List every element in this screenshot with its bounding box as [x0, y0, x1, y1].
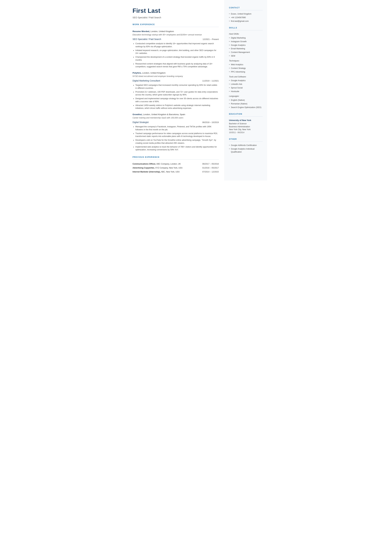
prev-exp-row-0: Communications Officer, ABC Company, Lon…	[133, 162, 219, 166]
bullet-1-3: Attracted 1450+weekly visitors to Polyhi…	[135, 104, 219, 110]
company-name-1: Polyhire,	[133, 72, 142, 74]
education-dates: 10/2011 - 06/2014	[229, 131, 263, 134]
work-block-0: Resume Worded, London, United Kingdom Ed…	[133, 30, 219, 68]
company-name-2: Growthsi,	[133, 113, 142, 116]
work-block-2: Growthsi, London, United Kingdom & Barce…	[133, 113, 219, 151]
prev-exp-title-bold-0: Communications Officer,	[133, 163, 156, 165]
tool-0: Google Analytics	[229, 79, 263, 82]
language-0: English (Native)	[229, 99, 263, 102]
languages-list: English (Native) Romanian (Native) Searc…	[229, 99, 263, 109]
role-title-2: Digital Strategist	[133, 121, 149, 124]
education-school: University of New York	[229, 119, 263, 122]
prev-exp-left-2: Internet Marketer (Internship), ABC, New…	[133, 170, 202, 173]
prev-exp-title-bold-1: Advertising Copywriter,	[133, 167, 155, 169]
bullet-1-2: Designed and implemented campaign strate…	[135, 97, 219, 103]
education-degree: Bachelor of Science	[229, 122, 263, 125]
hard-skills-list: Digital Marketing Instagram Growth Googl…	[229, 36, 263, 57]
role-title-1: Digital Marketing Consultant	[133, 79, 160, 83]
bullet-0-0: Conducted competitive analysis to identi…	[135, 42, 219, 48]
contact-item-2: first.last@gmail.com	[229, 20, 263, 23]
prev-exp-title-bold-2: Internet Marketer (Internship),	[133, 171, 161, 173]
tools-list: Google Analytics LinkedIn Ads Sprout Soc…	[229, 79, 263, 93]
company-line-1: Polyhire, London, United Kingdom	[133, 71, 219, 75]
education-field: Business Administration	[229, 125, 263, 128]
bullet-2-1: Tracked campaign performance for video c…	[135, 132, 219, 138]
company-location-0: London, United Kingdom	[150, 30, 174, 33]
main-column: First Last SEO Specialist / Paid Search …	[125, 0, 224, 181]
prev-exp-dates-1: 01/2016 – 05/2017	[202, 167, 219, 169]
contact-list: Essex, United Kingdom +44 1234567890 fir…	[229, 13, 263, 23]
role-dates-0: 12/2021 – Present	[203, 38, 219, 41]
role-dates-2: 06/2018 – 10/2019	[202, 121, 219, 124]
prev-exp-dates-2: 07/2014 – 12/2015	[202, 170, 219, 173]
bullet-1-1: Promoted 21+ webinars, 100 PDF downloads…	[135, 91, 219, 97]
company-location-2: London, United Kingdom & Barcelona, Spai…	[143, 113, 185, 116]
job-title: SEO Specialist / Paid Search	[133, 16, 219, 19]
role-row-0: SEO Specialist / Paid Search 12/2021 – P…	[133, 38, 219, 41]
other-item-0: Google AdWords Certification	[229, 144, 263, 147]
bullet-list-1: Targeted SEO campaigns that increased mo…	[135, 84, 219, 110]
contact-item-0: Essex, United Kingdom	[229, 13, 263, 15]
tool-2: Sprout Social	[229, 86, 263, 89]
previous-experience-header: PREVIOUS EXPERIENCE	[133, 156, 219, 160]
technique-2: PPC Advertising	[229, 70, 263, 73]
work-experience-header: WORK EXPERIENCE	[133, 23, 219, 27]
bullet-list-2: Managed the company's Facebook, Instagra…	[135, 125, 219, 151]
prev-exp-left-1: Advertising Copywriter, XYZ Company, New…	[133, 167, 202, 169]
contact-header: CONTACT	[229, 6, 263, 10]
company-line-2: Growthsi, London, United Kingdom & Barce…	[133, 113, 219, 116]
company-line-0: Resume Worded, London, United Kingdom	[133, 30, 219, 33]
hard-skill-1: Instagram Growth	[229, 40, 263, 43]
prev-exp-dates-0: 06/2017 – 05/2018	[202, 162, 219, 166]
company-desc-2: Career training and membership SaaS with…	[133, 116, 219, 119]
education-location: New York City, New York	[229, 128, 263, 131]
hard-skill-4: Content Management	[229, 51, 263, 54]
prev-exp-row-1: Advertising Copywriter, XYZ Company, New…	[133, 167, 219, 169]
other-header: OTHER	[229, 138, 263, 142]
bullet-2-2: Developed a skit on YouTube for the Grow…	[135, 139, 219, 145]
techniques-label: Techniques:	[229, 59, 263, 62]
hard-skill-3: Email Marketing	[229, 47, 263, 50]
bullet-2-0: Managed the company's Facebook, Instagra…	[135, 125, 219, 131]
technique-1: Content Strategy	[229, 67, 263, 70]
tool-1: LinkedIn Ads	[229, 83, 263, 86]
candidate-name: First Last	[133, 6, 219, 15]
bullet-0-2: Championed the development of a content …	[135, 56, 219, 62]
hard-skill-2: Google Analytics	[229, 44, 263, 47]
company-desc-1: NYSE-listed recruitment and employer bra…	[133, 75, 219, 78]
other-item-1: Google Analytics Individual Qualificatio…	[229, 147, 263, 154]
bullet-1-0: Targeted SEO campaigns that increased mo…	[135, 84, 219, 90]
role-title-0: SEO Specialist / Paid Search	[133, 38, 161, 41]
bullet-list-0: Conducted competitive analysis to identi…	[135, 42, 219, 68]
bullet-0-3: Researched content strategies that align…	[135, 62, 219, 68]
other-list: Google AdWords Certification Google Anal…	[229, 144, 263, 153]
prev-exp-title-rest-1: XYZ Company, New York, USA	[155, 167, 182, 169]
prev-exp-title-rest-2: ABC, New York, USA	[161, 171, 180, 173]
contact-item-1: +44 1234567890	[229, 16, 263, 19]
language-2: Search Engine Optimization (SEO)	[229, 106, 263, 109]
techniques-list: Web Analytics Content Strategy PPC Adver…	[229, 63, 263, 73]
bullet-2-3: Implemented web analytics to track the b…	[135, 146, 219, 151]
prev-exp-left-0: Communications Officer, ABC Company, Lon…	[133, 162, 202, 166]
work-block-1: Polyhire, London, United Kingdom NYSE-li…	[133, 71, 219, 110]
prev-exp-title-rest-0: ABC Company, London, UK	[156, 163, 181, 165]
tools-label: Tools and Software:	[229, 75, 263, 78]
language-1: Romanian (Native)	[229, 102, 263, 105]
hard-skill-0: Digital Marketing	[229, 36, 263, 40]
skills-header: SKILLS	[229, 26, 263, 30]
hard-skills-label: Hard SKills:	[229, 33, 263, 35]
company-location-1: London, United Kingdom	[142, 72, 166, 74]
company-desc-0: Education technology startup with 50+ em…	[133, 33, 219, 36]
prev-exp-row-2: Internet Marketer (Internship), ABC, New…	[133, 170, 219, 173]
role-row-1: Digital Marketing Consultant 11/2019 – 1…	[133, 79, 219, 83]
previous-experience-list: Communications Officer, ABC Company, Lon…	[133, 162, 219, 173]
role-dates-1: 11/2019 – 11/2021	[202, 79, 219, 83]
hard-skill-5: SEM	[229, 55, 263, 57]
technique-0: Web Analytics	[229, 63, 263, 66]
education-block: University of New York Bachelor of Scien…	[229, 119, 263, 134]
education-header: EDUCATION	[229, 112, 263, 117]
bullet-0-1: Initiated keyword research, on-page opti…	[135, 49, 219, 55]
sidebar: CONTACT Essex, United Kingdom +44 123456…	[224, 0, 267, 181]
languages-label: Languages:	[229, 95, 263, 98]
company-name-0: Resume Worded,	[133, 30, 150, 33]
